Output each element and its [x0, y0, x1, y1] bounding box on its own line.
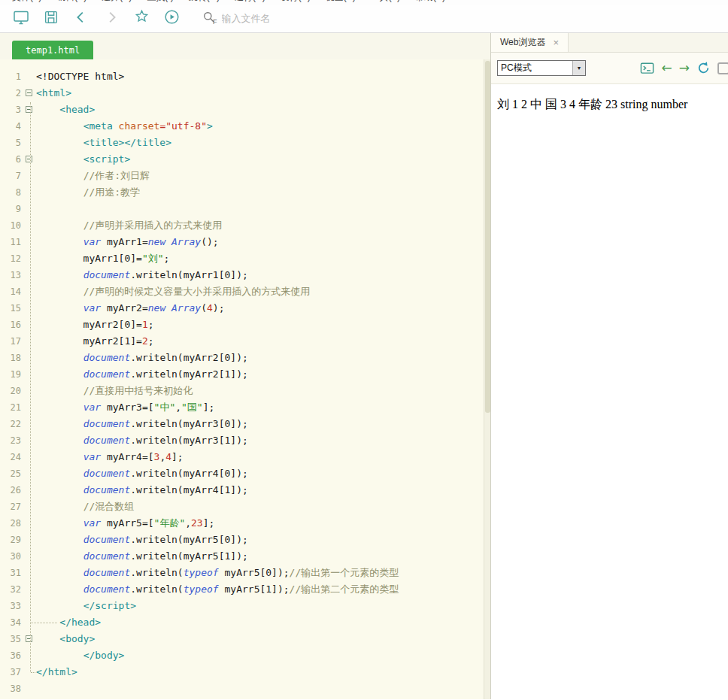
- menu-item[interactable]: 选择(S): [102, 0, 132, 4]
- fold-collapse-icon[interactable]: [26, 635, 32, 642]
- code-line[interactable]: 2<html>: [0, 85, 490, 102]
- save-button[interactable]: [39, 8, 63, 30]
- main-split: temp1.html 1<!DOCTYPE html>2<html>3 <hea…: [0, 33, 728, 699]
- back-button[interactable]: [69, 8, 93, 30]
- line-number: 23: [0, 432, 23, 449]
- code-line[interactable]: 19 document.writeln(myArr2[1]);: [0, 366, 490, 383]
- code-line[interactable]: 20 //直接用中括号来初始化: [0, 383, 490, 399]
- code-line[interactable]: 26 document.writeln(myArr4[1]);: [0, 482, 490, 498]
- line-number: 35: [0, 631, 23, 647]
- fold-column: [23, 432, 36, 449]
- fold-column: [23, 399, 36, 416]
- code-line[interactable]: 8 //用途:教学: [0, 184, 490, 201]
- run-button[interactable]: [159, 8, 184, 30]
- fold-column: [23, 416, 36, 432]
- refresh-icon[interactable]: [696, 61, 711, 75]
- scrollbar-thumb[interactable]: [485, 61, 490, 413]
- tab-web-browser[interactable]: Web浏览器 ×: [491, 33, 569, 52]
- line-number: 27: [0, 498, 23, 515]
- code-line[interactable]: 11 var myArr1=new Array();: [0, 234, 490, 250]
- fold-column: [23, 647, 36, 664]
- line-number: 34: [0, 614, 23, 631]
- filename-search-input[interactable]: [222, 13, 387, 24]
- code-line[interactable]: 6 <script>: [0, 151, 490, 168]
- code-text: var myArr2=new Array(4);: [36, 300, 225, 317]
- code-line[interactable]: 22 document.writeln(myArr3[0]);: [0, 416, 490, 432]
- code-line[interactable]: 1<!DOCTYPE html>: [0, 68, 490, 85]
- code-line[interactable]: 3 <head>: [0, 102, 490, 118]
- fold-collapse-icon[interactable]: [26, 89, 32, 96]
- menu-item[interactable]: 运行(R): [235, 0, 265, 4]
- code-line[interactable]: 33 </script>: [0, 598, 490, 614]
- mode-select[interactable]: PC模式 ▼: [497, 60, 586, 76]
- code-line[interactable]: 17 myArr2[1]=2;: [0, 333, 490, 350]
- code-line[interactable]: 14 //声明的时候定义容量大小并采用插入的方式来使用: [0, 283, 490, 300]
- code-text: //用途:教学: [36, 184, 140, 201]
- preview-window-button[interactable]: [9, 8, 33, 30]
- menu-item[interactable]: 视图(V): [326, 0, 356, 4]
- code-editor[interactable]: 1<!DOCTYPE html>2<html>3 <head>4 <meta c…: [0, 59, 490, 699]
- code-text: document.writeln(myArr4[1]);: [36, 482, 248, 498]
- line-number: 8: [0, 184, 23, 201]
- code-text: var myArr4=[3,4];: [36, 449, 184, 465]
- code-line[interactable]: 16 myArr2[0]=1;: [0, 317, 490, 333]
- line-number: 11: [0, 234, 23, 250]
- console-button[interactable]: [639, 61, 655, 75]
- code-line[interactable]: 28 var myArr5=["年龄",23];: [0, 515, 490, 532]
- forward-button[interactable]: [99, 8, 123, 30]
- code-line[interactable]: 12 myArr1[0]="刘";: [0, 250, 490, 267]
- line-number: 13: [0, 267, 23, 283]
- code-text: <title></title>: [36, 135, 171, 151]
- code-line[interactable]: 30 document.writeln(myArr5[1]);: [0, 548, 490, 565]
- code-line[interactable]: 13 document.writeln(myArr1[0]);: [0, 267, 490, 283]
- code-line[interactable]: 15 var myArr2=new Array(4);: [0, 300, 490, 317]
- menu-item[interactable]: 跳转(G): [189, 0, 220, 4]
- code-line[interactable]: 31 document.writeln(typeof myArr5[0]);//…: [0, 565, 490, 581]
- fold-collapse-icon[interactable]: [26, 156, 32, 162]
- browser-forward-icon[interactable]: →: [679, 62, 690, 74]
- code-line[interactable]: 35 <body>: [0, 631, 490, 647]
- fold-column: [23, 383, 36, 399]
- code-line[interactable]: 23 document.writeln(myArr3[1]);: [0, 432, 490, 449]
- editor-scrollbar[interactable]: [484, 59, 490, 699]
- menu-item[interactable]: 文件(F): [12, 0, 41, 4]
- code-line[interactable]: 10 //声明并采用插入的方式来使用: [0, 217, 490, 234]
- code-line[interactable]: 27 //混合数组: [0, 498, 490, 515]
- code-line[interactable]: 32 document.writeln(typeof myArr5[1]);//…: [0, 581, 490, 598]
- menu-item[interactable]: 帮助(Y): [415, 0, 445, 4]
- code-line[interactable]: 4 <meta charset="utf-8">: [0, 118, 490, 135]
- code-line[interactable]: 37</html>: [0, 664, 490, 680]
- star-icon: [133, 8, 150, 29]
- clipped-toolbar-icon[interactable]: [717, 62, 728, 74]
- menu-item[interactable]: 发行(P): [281, 0, 311, 4]
- code-line[interactable]: 18 document.writeln(myArr2[0]);: [0, 350, 490, 366]
- code-line[interactable]: 25 document.writeln(myArr4[0]);: [0, 465, 490, 482]
- close-icon[interactable]: ×: [553, 37, 559, 48]
- code-text: document.writeln(myArr5[0]);: [36, 532, 248, 548]
- line-number: 7: [0, 168, 23, 184]
- code-line[interactable]: 29 document.writeln(myArr5[0]);: [0, 532, 490, 548]
- menu-item[interactable]: 查找(I): [147, 0, 173, 4]
- browser-back-icon[interactable]: ←: [662, 62, 672, 74]
- tab-temp1-html[interactable]: temp1.html: [12, 41, 93, 59]
- code-line[interactable]: 9: [0, 201, 490, 217]
- fold-collapse-icon[interactable]: [26, 106, 32, 113]
- fold-column: [23, 135, 36, 151]
- fold-column: [23, 465, 36, 482]
- menu-item[interactable]: 工具(T): [371, 0, 400, 4]
- code-line[interactable]: 36 </body>: [0, 647, 490, 664]
- code-text: document.writeln(myArr4[0]);: [36, 465, 248, 482]
- line-number: 17: [0, 333, 23, 350]
- tab-label: temp1.html: [26, 45, 80, 56]
- favorite-button[interactable]: [129, 8, 153, 30]
- code-line[interactable]: 24 var myArr4=[3,4];: [0, 449, 490, 465]
- code-line[interactable]: 21 var myArr3=["中","国"];: [0, 399, 490, 416]
- code-line[interactable]: 5 <title></title>: [0, 135, 490, 151]
- dropdown-arrow-icon: ▼: [572, 61, 585, 75]
- code-line[interactable]: 7 //作者:刘日辉: [0, 168, 490, 184]
- code-line[interactable]: 38: [0, 680, 490, 697]
- menu-item[interactable]: 编辑(E): [56, 0, 86, 4]
- code-text: document.writeln(myArr3[0]);: [36, 416, 248, 432]
- code-line[interactable]: 34 </head>: [0, 614, 490, 631]
- line-number: 26: [0, 482, 23, 498]
